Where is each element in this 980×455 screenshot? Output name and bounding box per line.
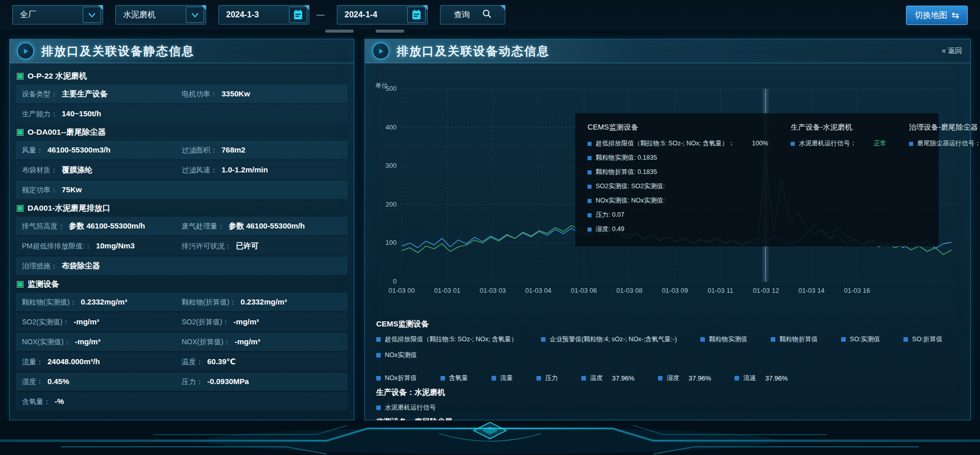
info-cell: SO2(折算值)：-mg/m³	[182, 317, 341, 327]
series-marker-icon	[791, 142, 795, 146]
series-marker-icon	[903, 337, 908, 342]
series-marker-icon	[492, 376, 496, 381]
scrollbar-thumb[interactable]	[325, 30, 354, 33]
legend-item[interactable]: SO:实测值	[841, 335, 880, 344]
tooltip-item-text: 磨尾除尘器运行信号：	[917, 139, 980, 148]
field-value: -mg/m³	[233, 317, 259, 326]
legend-item[interactable]: 湿度37.96%	[658, 374, 711, 383]
info-row: 含氧量：-%	[16, 392, 348, 411]
info-cell: 温度：60.39℃	[182, 357, 341, 367]
field-label: 压力：	[182, 377, 203, 387]
device-select-value: 水泥磨机	[123, 10, 156, 20]
tooltip-item-text: 湿度: 0.49	[596, 225, 624, 234]
info-row: 流量：24048.000m³/h温度：60.39℃	[16, 352, 348, 371]
search-icon	[482, 9, 492, 20]
legend-item-label: 颗粒物折算值	[779, 335, 818, 344]
legend-item-value: 37.96%	[689, 374, 711, 382]
legend-row: 水泥磨机运行信号	[376, 403, 958, 412]
legend-item[interactable]: 温度37.96%	[581, 374, 634, 383]
field-label: 过滤风速：	[182, 166, 217, 175]
tooltip-item: SO2实测值: SO2实测值:	[587, 182, 768, 191]
date-start-input[interactable]: 2024-1-3	[218, 5, 309, 24]
field-value: 0.2332mg/m³	[81, 297, 127, 306]
field-value: -mg/m³	[75, 337, 101, 346]
legend-item[interactable]: 颗粒物折算值	[771, 335, 818, 344]
query-button[interactable]: 查询	[440, 5, 505, 24]
field-value: 参数 46100-55300m/h	[229, 221, 305, 231]
legend-item[interactable]: 超低排放限值（颗拉物:5: SOz-; NOx; 含氧量）	[376, 335, 518, 344]
legend-item[interactable]: 压力	[536, 374, 558, 383]
field-label: 排气筒高度：	[22, 222, 65, 231]
svg-text:01-03 08: 01-03 08	[616, 287, 642, 294]
legend-row: 超低排放限值（颗拉物:5: SOz-; NOx; 含氧量）企业预警值(颗粒物:4…	[376, 335, 958, 383]
legend-item[interactable]: 流量	[492, 374, 513, 383]
legend-item-value: 37.96%	[765, 374, 788, 382]
field-label: 设备类型：	[22, 90, 58, 99]
series-marker-icon	[771, 337, 775, 342]
field-value: 参数 46100-55300m/h	[69, 221, 145, 231]
legend-item-label: 含氧量	[449, 374, 469, 383]
info-row: 额定功率：75Kw	[16, 181, 348, 199]
field-value: -0.0930MPa	[207, 377, 249, 386]
tooltip-item-text: 超低排放限值（颗拉物:5: SOz-; NOx; 含氧量）：	[596, 139, 734, 148]
calendar-icon[interactable]	[289, 7, 307, 23]
field-value: 覆膜涤纶	[62, 165, 92, 175]
chevron-down-icon[interactable]	[186, 7, 204, 23]
series-marker-icon	[376, 376, 381, 381]
scrollbar-thumb[interactable]	[376, 30, 404, 33]
series-marker-icon	[541, 337, 546, 342]
tooltip-item-value: 100%	[752, 140, 768, 147]
legend-item-label: 压力	[545, 374, 558, 383]
date-start-value: 2024-1-3	[226, 10, 259, 19]
info-row: SO2(实测值)：-mg/m³SO2(折算值)：-mg/m³	[16, 313, 348, 331]
back-link[interactable]: « 返回	[942, 46, 962, 56]
field-value: 0.45%	[47, 377, 69, 386]
field-label: NOX(折算值)：	[182, 338, 231, 347]
field-label: 颗粒物(折算值)：	[182, 298, 236, 307]
series-marker-icon	[587, 199, 592, 203]
legend-item[interactable]: NOx实测值	[376, 351, 417, 360]
legend-item[interactable]: NOx折算值	[376, 374, 417, 383]
series-marker-icon	[376, 337, 381, 342]
static-panel-title: 排放口及关联设备静态信息	[41, 43, 194, 59]
svg-text:200: 200	[385, 200, 397, 208]
tooltip-item: 超低排放限值（颗拉物:5: SOz-; NOx; 含氧量）：100%	[587, 139, 768, 148]
switch-arrows-icon: ⇆	[951, 10, 959, 21]
legend-item[interactable]: 水泥磨机运行信号	[376, 403, 436, 412]
calendar-icon[interactable]	[407, 7, 426, 23]
field-label: SO2(实测值)：	[22, 318, 69, 327]
legend-item[interactable]: 企业预警值(颗粒物:4; sOz-; NOx-;含氧气量:-)	[541, 335, 677, 344]
series-marker-icon	[658, 376, 663, 381]
legend-item-label: 湿度	[667, 374, 679, 383]
factory-select[interactable]: 全厂	[12, 5, 103, 24]
legend-item[interactable]: 含氧量	[440, 374, 469, 383]
chevron-down-icon[interactable]	[83, 7, 101, 23]
device-select[interactable]: 水泥磨机	[115, 5, 206, 24]
svg-text:01-03 12: 01-03 12	[753, 287, 779, 294]
date-end-input[interactable]: 2024-1-4	[337, 5, 428, 24]
chart-tooltip: CEMS监测设备超低排放限值（颗拉物:5: SOz-; NOx; 含氧量）：10…	[575, 113, 939, 246]
series-marker-icon	[587, 228, 592, 232]
query-button-label: 查询	[454, 10, 470, 20]
legend-item[interactable]: 颗粒物实测值	[700, 335, 747, 344]
status-badge: 正常	[874, 139, 887, 148]
static-info-panel-header: 排放口及关联设备静态信息	[10, 39, 354, 63]
dynamic-panel-title: 排放口及关联设备动态信息	[397, 43, 550, 59]
field-value: 46100-55300m3/h	[47, 145, 110, 154]
section-title: O-DA001--磨尾除尘器	[28, 127, 106, 138]
svg-text:300: 300	[385, 162, 397, 169]
field-label: 含氧量：	[22, 397, 51, 407]
static-info-panel: 排放口及关联设备静态信息 O-P-22 水泥磨机设备类型：主要生产设备电机功率：…	[9, 39, 354, 420]
svg-text:01-03 01: 01-03 01	[434, 287, 460, 294]
field-value: 1.0-1.2m/min	[222, 165, 268, 174]
field-label: PM超低排排放限值:：	[22, 242, 92, 251]
tooltip-item-text: NOx实测值: NOx实测值:	[596, 196, 665, 205]
field-value: 布袋除尘器	[62, 261, 100, 271]
tooltip-column: 生产设备-水泥磨机水泥磨机运行信号：正常	[791, 122, 887, 239]
legend-item-label: 超低排放限值（颗拉物:5: SOz-; NOx; 含氧量）	[385, 335, 518, 344]
footer-decoration	[0, 420, 980, 455]
legend-item[interactable]: SO:折算值	[903, 335, 942, 344]
legend-item[interactable]: 流速37.96%	[734, 374, 788, 383]
info-cell: 颗粒物(折算值)：0.2332mg/m³	[182, 297, 341, 307]
switch-map-button[interactable]: 切换地图 ⇆	[906, 6, 968, 25]
